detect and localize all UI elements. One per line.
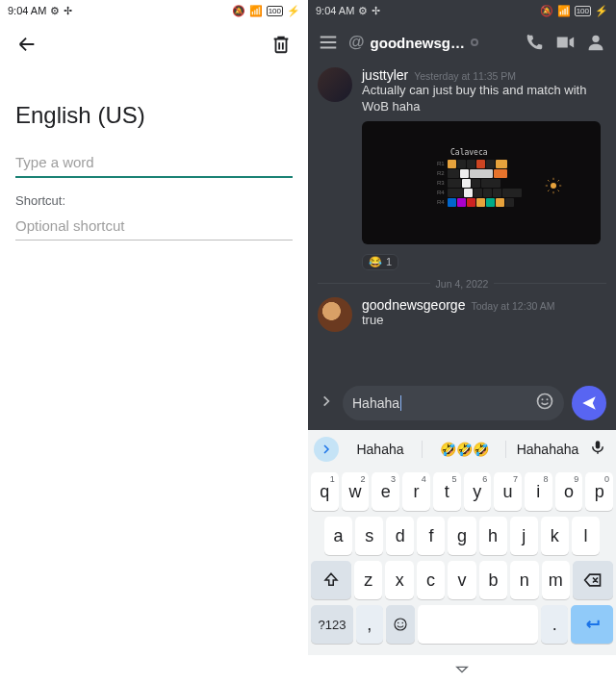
svg-rect-13 [596, 441, 601, 448]
toolbar [0, 21, 308, 67]
key-i[interactable]: i8 [525, 472, 552, 511]
key-k[interactable]: k [541, 517, 569, 555]
back-button[interactable] [15, 33, 38, 56]
comma-key[interactable]: , [356, 605, 383, 644]
key-z[interactable]: z [354, 561, 382, 599]
members-button[interactable] [585, 32, 606, 53]
username[interactable]: justtyler [362, 67, 408, 83]
shift-key[interactable] [311, 561, 351, 599]
key-n[interactable]: n [510, 561, 538, 599]
phone-icon [524, 32, 545, 53]
nav-down-icon[interactable] [454, 662, 470, 677]
key-j[interactable]: j [510, 517, 538, 555]
key-y[interactable]: y6 [464, 472, 492, 511]
shortcut-label: Shortcut: [15, 193, 293, 208]
video-button[interactable] [554, 32, 576, 53]
suggestion[interactable]: Hahahaha [510, 442, 585, 457]
key-t[interactable]: t5 [433, 472, 461, 511]
trash-icon [270, 34, 292, 55]
discord-screen: 9:04 AM ⚙ ✢ 🔕 📶 100 ⚡ @ goodnewsg… justt… [308, 0, 616, 684]
username[interactable]: goodnewsgeorge [362, 297, 465, 313]
battery-icon: 100 [267, 6, 283, 16]
key-a[interactable]: a [324, 517, 352, 555]
dictionary-editor-screen: 9:04 AM ⚙ ✢ 🔕 📶 100 ⚡ English (US) Short… [0, 0, 308, 684]
key-u[interactable]: u7 [494, 472, 522, 511]
key-g[interactable]: g [448, 517, 475, 555]
compose-input[interactable]: Hahaha [343, 386, 564, 420]
shortcut-input[interactable] [15, 212, 293, 241]
svg-point-11 [542, 398, 544, 400]
date-divider: Jun 4, 2022 [318, 278, 606, 290]
svg-point-1 [551, 183, 556, 189]
suggestion[interactable]: 🤣🤣🤣 [426, 442, 501, 457]
suggestion[interactable]: Hahaha [343, 442, 418, 457]
soft-keyboard: Hahaha 🤣🤣🤣 Hahahaha q1w2e3r4t5y6u7i8o9p0… [308, 430, 616, 655]
reaction-count: 1 [386, 256, 392, 267]
key-l[interactable]: l [572, 517, 600, 555]
key-f[interactable]: f [417, 517, 445, 555]
attachment-title: Calaveca [450, 148, 488, 157]
key-m[interactable]: m [542, 561, 570, 599]
key-c[interactable]: c [417, 561, 445, 599]
backspace-icon [583, 570, 603, 590]
emoji-button[interactable] [535, 392, 554, 415]
hamburger-icon [318, 32, 339, 53]
call-button[interactable] [524, 32, 545, 53]
reaction-chip[interactable]: 😂 1 [362, 254, 398, 270]
nav-bar [308, 655, 616, 684]
arrow-left-icon [16, 34, 38, 55]
message-text: true [362, 313, 554, 329]
status-time: 9:04 AM [316, 5, 354, 16]
text-cursor [400, 395, 401, 411]
space-key[interactable] [418, 605, 538, 644]
emoji-key[interactable] [386, 605, 415, 644]
reaction-emoji: 😂 [369, 256, 382, 268]
charging-icon: ⚡ [595, 5, 608, 17]
delete-button[interactable] [270, 33, 293, 56]
svg-line-8 [548, 190, 550, 191]
key-v[interactable]: v [448, 561, 475, 599]
key-w[interactable]: w2 [342, 472, 370, 511]
send-button[interactable] [572, 386, 606, 420]
key-x[interactable]: x [385, 561, 413, 599]
period-key[interactable]: . [541, 605, 568, 644]
key-b[interactable]: b [479, 561, 507, 599]
message-text: Actually can just buy this and match wit… [362, 83, 606, 115]
bell-off-icon: 🔕 [540, 5, 553, 17]
svg-line-6 [548, 180, 550, 182]
enter-key[interactable] [571, 605, 613, 644]
key-q[interactable]: q1 [311, 472, 339, 511]
timestamp: Yesterday at 11:35 PM [414, 70, 516, 82]
key-h[interactable]: h [479, 517, 507, 555]
message: goodnewsgeorge Today at 12:30 AM true [318, 297, 606, 332]
key-e[interactable]: e3 [372, 472, 399, 511]
key-p[interactable]: p0 [585, 472, 613, 511]
word-input[interactable] [15, 148, 293, 178]
voice-input-button[interactable] [589, 439, 610, 460]
menu-button[interactable] [318, 32, 339, 53]
key-d[interactable]: d [386, 517, 414, 555]
suggestion-expand-button[interactable] [314, 437, 339, 462]
compose-text: Hahaha [352, 395, 399, 411]
channel-name[interactable]: @ goodnewsg… [348, 33, 514, 52]
message-list[interactable]: justtyler Yesterday at 11:35 PM Actually… [308, 63, 616, 380]
image-attachment[interactable]: Calaveca R1 R2 R3 R4 R4 [362, 121, 601, 244]
backspace-key[interactable] [573, 561, 613, 599]
key-o[interactable]: o9 [555, 472, 583, 511]
key-s[interactable]: s [355, 517, 383, 555]
separator [505, 441, 506, 458]
mic-icon [589, 439, 606, 456]
symbols-key[interactable]: ?123 [311, 605, 353, 644]
chevron-right-icon [321, 443, 332, 455]
key-r[interactable]: r4 [402, 472, 430, 511]
message-composer: Hahaha [308, 380, 616, 430]
status-bar: 9:04 AM ⚙ ✢ 🔕 📶 100 ⚡ [0, 0, 308, 21]
avatar[interactable] [318, 297, 352, 332]
avatar[interactable] [318, 67, 352, 102]
svg-line-7 [558, 190, 560, 191]
video-icon [554, 32, 576, 53]
smiley-icon [535, 392, 554, 411]
expand-button[interactable] [318, 394, 335, 412]
wifi-icon: 📶 [249, 5, 263, 17]
asterisk-icon: ✢ [64, 5, 72, 17]
